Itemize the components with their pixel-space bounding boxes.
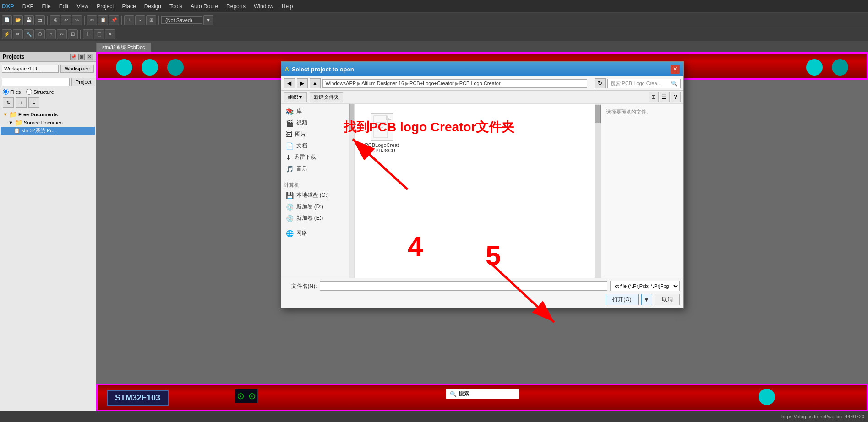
search-icon: 🔍: [671, 81, 677, 87]
file-svg: [373, 115, 392, 139]
svg-rect-4: [376, 127, 383, 128]
menu-tools[interactable]: Tools: [166, 2, 186, 11]
menu-file[interactable]: File: [38, 2, 54, 11]
files-scroll-thumb[interactable]: [595, 105, 601, 123]
add-btn[interactable]: +: [16, 97, 27, 108]
tab-pcbdoc[interactable]: stm32系统.PcbDoc: [96, 43, 151, 52]
nav-xunlei-label: 迅雷下载: [294, 153, 316, 161]
nav-xunlei[interactable]: ⬇ 迅雷下载: [281, 151, 354, 163]
tab-bar: stm32系统.PcbDoc: [0, 41, 868, 52]
open-btn[interactable]: 📂: [13, 15, 23, 25]
tool6[interactable]: ∾: [57, 29, 67, 39]
text-btn[interactable]: T: [83, 29, 93, 39]
tree-pcb-file[interactable]: 📋 stm32系统.Pc...: [1, 127, 95, 135]
menu-project[interactable]: Project: [93, 2, 117, 11]
tool5[interactable]: ○: [46, 29, 56, 39]
tree-free-docs[interactable]: ▼ 📁 Free Documents: [1, 110, 95, 119]
list-view-btn[interactable]: ☰: [660, 92, 670, 102]
organize-btn[interactable]: 组织▼: [284, 92, 307, 102]
structure-radio-label[interactable]: Structure: [26, 89, 54, 95]
file-item-prjscr[interactable]: PCBLogoCreato r.PRJSCR: [364, 113, 400, 153]
nav-video[interactable]: 🎬 视频: [281, 117, 354, 129]
workspace-button[interactable]: Workspace: [60, 65, 94, 73]
panel-pin-btn[interactable]: 📌: [70, 54, 76, 60]
panel-close-btn[interactable]: ✕: [87, 54, 93, 60]
view-mode-radios: Files Structure: [0, 88, 96, 96]
nav-scrollbar[interactable]: [349, 104, 354, 278]
menu-window[interactable]: Window: [250, 2, 277, 11]
more-btn[interactable]: ≡: [28, 97, 39, 108]
address-path[interactable]: WindowsAPP ▶ Altium Designer 16 ▶ PCB+Lo…: [322, 79, 587, 88]
back-btn[interactable]: ◀: [284, 78, 295, 88]
structure-radio[interactable]: [26, 89, 32, 95]
nav-music[interactable]: 🎵 音乐: [281, 163, 354, 174]
workspace-dropdown[interactable]: Workspace1.D...: [2, 65, 59, 73]
free-docs-label: Free Documents: [18, 112, 58, 117]
menu-design[interactable]: Design: [141, 2, 165, 11]
cancel-button[interactable]: 取消: [655, 294, 680, 305]
large-icons-btn[interactable]: ⊞: [649, 92, 659, 102]
filename-row: 文件名(N): ct file (*.PrjPcb; *.PrjFpg: [285, 281, 680, 291]
search-box[interactable]: 搜索 PCB Logo Crea... 🔍: [607, 79, 681, 88]
menu-help[interactable]: Help: [278, 2, 297, 11]
refresh-btn[interactable]: ↻: [3, 97, 14, 108]
file-grid: PCBLogoCreato r.PRJSCR: [359, 108, 596, 158]
menu-place[interactable]: Place: [119, 2, 140, 11]
undo-btn[interactable]: ↩: [61, 15, 71, 25]
nav-scroll-thumb[interactable]: [349, 104, 354, 131]
filename-input[interactable]: [320, 281, 607, 291]
zoom-in-btn[interactable]: +: [124, 15, 134, 25]
dialog-title-icon: A: [285, 66, 289, 73]
app-logo[interactable]: DXP: [2, 3, 14, 10]
save-btn[interactable]: 💾: [24, 15, 34, 25]
zoom-out-btn[interactable]: -: [135, 15, 145, 25]
files-radio-label[interactable]: Files: [3, 89, 21, 95]
panel-float-btn[interactable]: ▣: [78, 54, 85, 60]
tool4[interactable]: ⬡: [35, 29, 45, 39]
menu-view[interactable]: View: [73, 2, 92, 11]
open-dropdown-btn[interactable]: ▼: [641, 294, 652, 305]
menu-dxp[interactable]: DXP: [19, 2, 38, 11]
nav-documents[interactable]: 📄 文档: [281, 140, 354, 151]
tool7[interactable]: ⊡: [68, 29, 78, 39]
open-button[interactable]: 打开(O): [606, 294, 638, 305]
nav-pictures[interactable]: 🖼 图片: [281, 129, 354, 140]
nav-library-label: 库: [296, 108, 302, 115]
cut-btn[interactable]: ✂: [87, 15, 97, 25]
dropdown-arrow[interactable]: ▼: [203, 15, 213, 25]
tool1[interactable]: ⚡: [2, 29, 12, 39]
nav-documents-label: 文档: [296, 142, 307, 150]
print-btn[interactable]: 🖨: [50, 15, 60, 25]
clear-btn[interactable]: ✕: [105, 29, 115, 39]
files-scrollbar[interactable]: [595, 104, 601, 278]
menu-edit[interactable]: Edit: [55, 2, 72, 11]
files-radio[interactable]: [3, 89, 9, 95]
menu-autoroute[interactable]: Auto Route: [187, 2, 222, 11]
zoom-fit-btn[interactable]: ⊞: [146, 15, 156, 25]
nav-drive-d[interactable]: 💿 新加卷 (D:): [281, 201, 354, 212]
filetype-select[interactable]: ct file (*.PrjPcb; *.PrjFpg: [610, 281, 680, 291]
sep5: [80, 30, 81, 39]
up-btn[interactable]: ▲: [310, 78, 321, 88]
forward-btn[interactable]: ▶: [297, 78, 308, 88]
project-button[interactable]: Project: [71, 78, 95, 86]
redo-btn[interactable]: ↪: [72, 15, 82, 25]
help-btn[interactable]: ?: [671, 92, 681, 102]
tree-source-doc[interactable]: ▼ 📁 Source Documen: [1, 119, 95, 127]
nav-drive-c[interactable]: 💾 本地磁盘 (C:): [281, 189, 354, 201]
nav-library[interactable]: 📚 库: [281, 106, 354, 117]
tool2[interactable]: ✏: [13, 29, 23, 39]
save-all-btn[interactable]: 🗃: [35, 15, 45, 25]
menu-reports[interactable]: Reports: [223, 2, 249, 11]
dialog-close-btn[interactable]: ✕: [671, 65, 680, 74]
refresh-addr-btn[interactable]: ↻: [595, 78, 606, 88]
new-btn[interactable]: 📄: [2, 15, 12, 25]
new-folder-btn[interactable]: 新建文件夹: [310, 92, 343, 102]
sidebar-search-input[interactable]: [2, 78, 70, 86]
paste-btn[interactable]: 📌: [109, 15, 119, 25]
nav-network[interactable]: 🌐 网络: [281, 227, 354, 239]
copy-btn[interactable]: 📋: [98, 15, 108, 25]
tool3[interactable]: 🔧: [24, 29, 34, 39]
dim-btn[interactable]: ◫: [94, 29, 104, 39]
nav-drive-e[interactable]: 💿 新加卷 (E:): [281, 212, 354, 224]
